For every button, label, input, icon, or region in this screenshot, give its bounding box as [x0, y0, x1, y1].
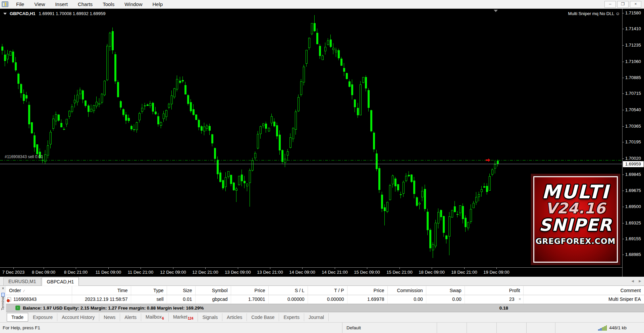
price-scale[interactable]: 1.69959 1.715801.714101.712351.710601.70…: [623, 9, 644, 267]
market-badge: 124: [188, 317, 194, 320]
balance-summary: Balance: 1.97 USD Equity: 2.15 Margin: 1…: [23, 306, 204, 311]
price-scale-tick: [623, 175, 624, 175]
floating-profit-total: 0.18: [499, 306, 508, 311]
quote-toggle-icon[interactable]: [3, 13, 7, 15]
candlestick-plot[interactable]: [0, 9, 622, 267]
time-axis[interactable]: 7 Dec 20238 Dec 09:008 Dec 21:0011 Dec 0…: [0, 268, 622, 277]
menu-charts[interactable]: Charts: [73, 0, 98, 8]
tab-scroll-left-icon[interactable]: ◄: [631, 279, 635, 283]
app-icon: [2, 1, 8, 7]
price-scale-label: 1.70365: [625, 124, 641, 129]
time-axis-label: 15 Dec 09:00: [354, 270, 380, 275]
tab-exposure[interactable]: Exposure: [29, 313, 57, 321]
tab-journal[interactable]: Journal: [304, 313, 329, 321]
chart-tab-eurusd[interactable]: EURUSD,M1: [3, 277, 41, 285]
time-axis-tick: [367, 268, 367, 269]
tab-experts[interactable]: Experts: [279, 313, 304, 321]
sell-order-icon: [7, 297, 11, 302]
tab-scroll-right-icon[interactable]: ►: [638, 279, 642, 283]
col-tp[interactable]: T / P: [308, 286, 347, 295]
time-axis-label: 14 Dec 09:00: [289, 270, 315, 275]
col-symbol[interactable]: Symbol: [195, 286, 231, 295]
status-profile[interactable]: Default: [342, 323, 437, 333]
menu-bar: File View Insert Charts Tools Window Hel…: [0, 0, 644, 9]
time-axis-label: 15 Dec 21:00: [386, 270, 412, 275]
cell-tp: 0.00000: [308, 295, 347, 304]
price-scale-label: 1.71060: [625, 59, 641, 64]
col-sl[interactable]: S / L: [268, 286, 308, 295]
time-axis-tick: [270, 268, 270, 269]
logo-website: GREGFOREX.COM: [536, 237, 616, 246]
tab-market[interactable]: Market124: [169, 313, 198, 322]
menu-tools[interactable]: Tools: [98, 0, 119, 8]
open-order-line-label[interactable]: #116908343 sell 0.01: [5, 154, 43, 159]
menu-help[interactable]: Help: [148, 0, 168, 8]
time-axis-tick: [335, 268, 335, 269]
col-commission[interactable]: Commission: [387, 286, 426, 295]
price-scale-label: 1.70195: [625, 139, 641, 144]
col-comment[interactable]: Comment: [523, 286, 644, 295]
chart-tab-gbpcad[interactable]: GBPCAD,H1: [42, 277, 79, 286]
time-axis-tick: [496, 268, 497, 269]
time-axis-tick: [108, 268, 109, 269]
cell-cur-price: 1.69978: [347, 295, 387, 304]
cell-type: sell: [131, 295, 167, 304]
terminal-side-strip: × Terminal: [0, 286, 6, 322]
tab-code-base[interactable]: Code Base: [247, 313, 279, 321]
price-scale-label: 1.71580: [625, 10, 641, 15]
balance-row: ↑ Balance: 1.97 USD Equity: 2.15 Margin:…: [6, 304, 644, 312]
col-order[interactable]: Order∕: [6, 286, 72, 295]
time-axis-label: 8 Dec 09:00: [32, 270, 55, 275]
terminal-close-icon[interactable]: ×: [0, 286, 6, 291]
tab-alerts[interactable]: Alerts: [120, 313, 141, 321]
price-scale-tick: [623, 62, 624, 62]
tab-articles[interactable]: Articles: [222, 313, 247, 321]
chart-shift-marker-icon[interactable]: [494, 10, 498, 12]
time-axis-label: 12 Dec 09:00: [160, 270, 186, 275]
time-axis-label: 7 Dec 2023: [2, 270, 25, 275]
minimize-button[interactable]: –: [604, 1, 616, 8]
price-scale-label: 1.68985: [625, 252, 641, 257]
price-scale-label: 1.71235: [625, 43, 641, 48]
cell-commission: 0.00: [387, 295, 426, 304]
menu-window[interactable]: Window: [119, 0, 147, 8]
menu-view[interactable]: View: [29, 0, 50, 8]
price-scale-label: 1.70885: [625, 75, 641, 80]
col-profit[interactable]: Profit: [465, 286, 523, 295]
price-scale-label: 1.71410: [625, 26, 641, 31]
close-position-button[interactable]: ×: [519, 297, 521, 302]
cell-open-price: 1.70001: [231, 295, 268, 304]
col-type[interactable]: Type: [131, 286, 167, 295]
order-row[interactable]: 116908343 2023.12.19 11:58:57 sell 0.01 …: [6, 295, 644, 304]
col-time[interactable]: Time: [72, 286, 131, 295]
logo-title-multi: MULTI: [542, 182, 609, 202]
restore-button[interactable]: ❐: [617, 1, 629, 8]
col-size[interactable]: Size: [167, 286, 195, 295]
tab-news[interactable]: News: [99, 313, 120, 321]
chart-area[interactable]: GBPCAD,H1 1.69991 1.70008 1.69932 1.6995…: [0, 9, 644, 277]
price-scale-label: 1.69500: [625, 204, 641, 209]
tab-mailbox[interactable]: Mailbox6: [141, 313, 169, 322]
close-button[interactable]: ×: [630, 1, 641, 8]
tab-trade[interactable]: Trade: [7, 313, 28, 322]
status-bar: For Help, press F1 Default 448/1 kb: [0, 322, 644, 333]
price-scale-tick: [623, 223, 624, 223]
tab-signals[interactable]: Signals: [198, 313, 222, 321]
menu-file[interactable]: File: [11, 0, 29, 8]
price-scale-label: 1.69325: [625, 220, 641, 225]
status-cell-empty: [467, 323, 497, 333]
status-connection: 448/1 kb: [555, 323, 644, 333]
balance-up-icon: ↑: [15, 306, 20, 310]
cell-profit: 23×: [465, 295, 523, 304]
time-axis-tick: [44, 268, 44, 269]
menu-insert[interactable]: Insert: [50, 0, 73, 8]
time-axis-tick: [238, 268, 238, 269]
terminal-tab-bar: Trade Exposure Account History News Aler…: [6, 312, 644, 322]
window-controls: – ❐ ×: [604, 1, 641, 8]
col-swap[interactable]: Swap: [426, 286, 465, 295]
tab-account-history[interactable]: Account History: [57, 313, 99, 321]
col-cur-price[interactable]: Price: [347, 286, 387, 295]
price-scale-tick: [623, 45, 624, 46]
col-open-price[interactable]: Price: [231, 286, 268, 295]
multi-sniper-logo: MULTI V24.16 SNIPER GREGFOREX.COM: [531, 174, 620, 265]
